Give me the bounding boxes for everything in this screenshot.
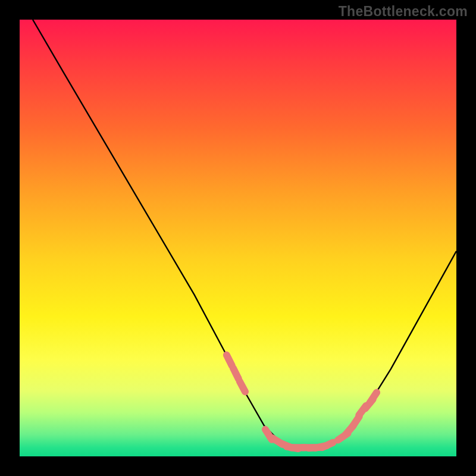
marker-pill bbox=[240, 381, 245, 392]
marker-group bbox=[227, 355, 377, 449]
marker-pill bbox=[227, 355, 232, 366]
plot-area bbox=[20, 20, 456, 456]
watermark-text: TheBottleneck.com bbox=[339, 4, 468, 20]
marker-pill bbox=[233, 368, 239, 379]
chart-frame: TheBottleneck.com bbox=[0, 0, 476, 476]
marker-pill bbox=[322, 443, 333, 447]
chart-svg bbox=[20, 20, 456, 456]
